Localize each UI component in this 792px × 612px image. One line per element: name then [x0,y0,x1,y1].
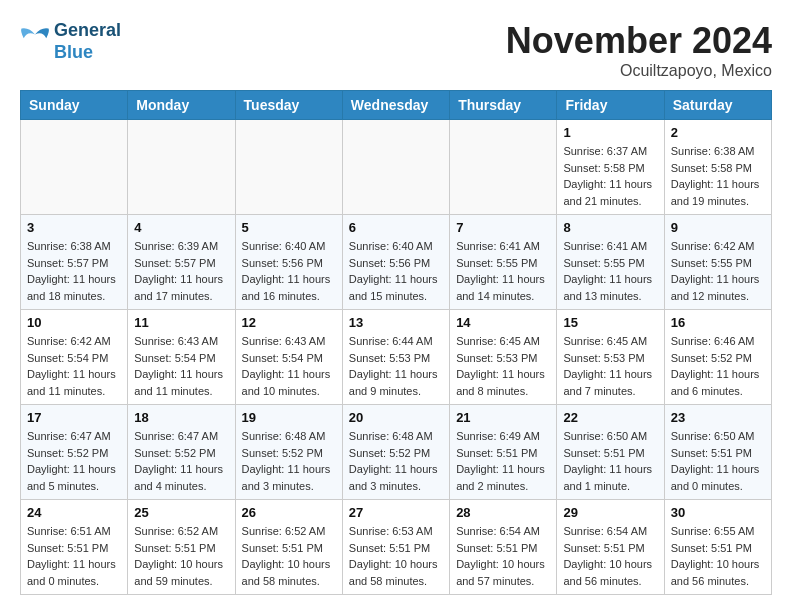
day-info-line: Sunset: 5:51 PM [671,540,765,557]
day-info-line: Sunset: 5:51 PM [456,445,550,462]
day-info: Sunrise: 6:41 AMSunset: 5:55 PMDaylight:… [456,238,550,304]
day-cell-22: 22Sunrise: 6:50 AMSunset: 5:51 PMDayligh… [557,405,664,500]
day-info: Sunrise: 6:52 AMSunset: 5:51 PMDaylight:… [242,523,336,589]
day-number: 10 [27,315,121,330]
day-info-line: Sunrise: 6:48 AM [349,428,443,445]
day-info-line: Daylight: 10 hours [563,556,657,573]
day-number: 29 [563,505,657,520]
day-number: 18 [134,410,228,425]
day-cell-13: 13Sunrise: 6:44 AMSunset: 5:53 PMDayligh… [342,310,449,405]
day-info-line: and 5 minutes. [27,478,121,495]
day-number: 16 [671,315,765,330]
day-info-line: and 11 minutes. [134,383,228,400]
week-row-1: 1Sunrise: 6:37 AMSunset: 5:58 PMDaylight… [21,120,772,215]
day-info-line: and 7 minutes. [563,383,657,400]
day-info-line: Daylight: 10 hours [456,556,550,573]
weekday-header-thursday: Thursday [450,91,557,120]
day-info-line: and 9 minutes. [349,383,443,400]
day-info-line: Sunset: 5:51 PM [27,540,121,557]
day-number: 13 [349,315,443,330]
empty-cell [450,120,557,215]
day-info-line: Sunset: 5:53 PM [563,350,657,367]
day-info-line: Sunset: 5:53 PM [349,350,443,367]
empty-cell [21,120,128,215]
day-cell-5: 5Sunrise: 6:40 AMSunset: 5:56 PMDaylight… [235,215,342,310]
day-info-line: Daylight: 11 hours [563,271,657,288]
day-info-line: Sunset: 5:58 PM [563,160,657,177]
empty-cell [128,120,235,215]
day-info: Sunrise: 6:38 AMSunset: 5:58 PMDaylight:… [671,143,765,209]
month-title: November 2024 [506,20,772,62]
day-cell-7: 7Sunrise: 6:41 AMSunset: 5:55 PMDaylight… [450,215,557,310]
week-row-2: 3Sunrise: 6:38 AMSunset: 5:57 PMDaylight… [21,215,772,310]
day-info: Sunrise: 6:42 AMSunset: 5:54 PMDaylight:… [27,333,121,399]
day-info: Sunrise: 6:55 AMSunset: 5:51 PMDaylight:… [671,523,765,589]
empty-cell [342,120,449,215]
day-info-line: Sunrise: 6:51 AM [27,523,121,540]
day-info: Sunrise: 6:54 AMSunset: 5:51 PMDaylight:… [456,523,550,589]
day-number: 2 [671,125,765,140]
day-info: Sunrise: 6:49 AMSunset: 5:51 PMDaylight:… [456,428,550,494]
day-info-line: Sunrise: 6:44 AM [349,333,443,350]
day-info-line: Sunrise: 6:39 AM [134,238,228,255]
day-info-line: Daylight: 11 hours [134,366,228,383]
day-number: 28 [456,505,550,520]
week-row-3: 10Sunrise: 6:42 AMSunset: 5:54 PMDayligh… [21,310,772,405]
day-info-line: Daylight: 11 hours [242,366,336,383]
day-cell-8: 8Sunrise: 6:41 AMSunset: 5:55 PMDaylight… [557,215,664,310]
day-info-line: and 8 minutes. [456,383,550,400]
weekday-header-sunday: Sunday [21,91,128,120]
day-info-line: Sunrise: 6:54 AM [456,523,550,540]
day-info-line: Sunset: 5:54 PM [134,350,228,367]
day-info-line: Sunset: 5:52 PM [134,445,228,462]
day-cell-9: 9Sunrise: 6:42 AMSunset: 5:55 PMDaylight… [664,215,771,310]
location: Ocuiltzapoyo, Mexico [506,62,772,80]
day-info-line: and 16 minutes. [242,288,336,305]
day-info-line: Daylight: 11 hours [27,556,121,573]
day-info-line: and 14 minutes. [456,288,550,305]
day-info-line: and 4 minutes. [134,478,228,495]
day-info-line: Sunset: 5:52 PM [27,445,121,462]
week-row-4: 17Sunrise: 6:47 AMSunset: 5:52 PMDayligh… [21,405,772,500]
day-info-line: and 12 minutes. [671,288,765,305]
day-number: 26 [242,505,336,520]
day-cell-10: 10Sunrise: 6:42 AMSunset: 5:54 PMDayligh… [21,310,128,405]
day-info: Sunrise: 6:52 AMSunset: 5:51 PMDaylight:… [134,523,228,589]
day-info-line: Sunrise: 6:37 AM [563,143,657,160]
day-info-line: Sunset: 5:56 PM [242,255,336,272]
day-info: Sunrise: 6:40 AMSunset: 5:56 PMDaylight:… [242,238,336,304]
day-info-line: and 1 minute. [563,478,657,495]
day-info-line: Daylight: 11 hours [456,461,550,478]
day-info-line: Sunset: 5:51 PM [563,445,657,462]
day-info-line: Sunset: 5:58 PM [671,160,765,177]
day-info-line: and 2 minutes. [456,478,550,495]
day-info-line: Sunrise: 6:43 AM [242,333,336,350]
day-info-line: Sunset: 5:54 PM [242,350,336,367]
day-info-line: Sunrise: 6:47 AM [27,428,121,445]
day-info: Sunrise: 6:46 AMSunset: 5:52 PMDaylight:… [671,333,765,399]
day-number: 30 [671,505,765,520]
day-info: Sunrise: 6:50 AMSunset: 5:51 PMDaylight:… [563,428,657,494]
day-info: Sunrise: 6:45 AMSunset: 5:53 PMDaylight:… [456,333,550,399]
day-info-line: and 58 minutes. [349,573,443,590]
day-cell-17: 17Sunrise: 6:47 AMSunset: 5:52 PMDayligh… [21,405,128,500]
day-info-line: Sunset: 5:55 PM [456,255,550,272]
day-number: 7 [456,220,550,235]
day-info: Sunrise: 6:47 AMSunset: 5:52 PMDaylight:… [134,428,228,494]
day-info-line: Sunrise: 6:52 AM [134,523,228,540]
day-info-line: Daylight: 11 hours [456,271,550,288]
day-info-line: Daylight: 11 hours [563,461,657,478]
day-info-line: Sunrise: 6:40 AM [349,238,443,255]
day-info-line: Sunrise: 6:50 AM [671,428,765,445]
logo-general: General [54,20,121,40]
day-info: Sunrise: 6:39 AMSunset: 5:57 PMDaylight:… [134,238,228,304]
day-cell-28: 28Sunrise: 6:54 AMSunset: 5:51 PMDayligh… [450,500,557,595]
weekday-header-tuesday: Tuesday [235,91,342,120]
day-info-line: and 19 minutes. [671,193,765,210]
day-info-line: and 6 minutes. [671,383,765,400]
day-info-line: Sunrise: 6:40 AM [242,238,336,255]
day-info: Sunrise: 6:40 AMSunset: 5:56 PMDaylight:… [349,238,443,304]
day-number: 3 [27,220,121,235]
day-cell-24: 24Sunrise: 6:51 AMSunset: 5:51 PMDayligh… [21,500,128,595]
day-info-line: Daylight: 11 hours [456,366,550,383]
